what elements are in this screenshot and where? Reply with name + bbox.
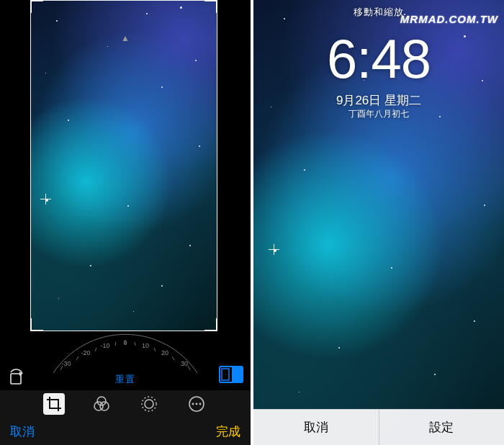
move-zoom-label: 移動和縮放 — [354, 6, 404, 19]
svg-text:-30: -30 — [61, 360, 71, 367]
more-tool-button[interactable] — [186, 393, 207, 415]
cancel-button[interactable]: 取消 — [10, 423, 35, 440]
svg-line-12 — [135, 342, 135, 346]
filters-tool-button[interactable] — [91, 393, 112, 415]
aspect-icon[interactable] — [219, 366, 243, 385]
svg-line-8 — [76, 356, 78, 360]
svg-rect-19 — [232, 367, 243, 382]
svg-point-28 — [196, 403, 198, 405]
svg-point-23 — [100, 402, 109, 410]
svg-text:-10: -10 — [100, 342, 109, 349]
svg-text:20: 20 — [161, 349, 168, 356]
crop-tool-button[interactable] — [43, 393, 65, 415]
reset-button[interactable]: 重置 — [115, 373, 135, 386]
straighten-dial[interactable]: -30 -20 -10 0 10 20 30 — [46, 330, 204, 373]
svg-line-9 — [95, 348, 96, 351]
svg-point-27 — [192, 403, 194, 405]
crop-canvas[interactable] — [30, 0, 217, 331]
svg-text:30: 30 — [181, 360, 188, 367]
dial-pointer-icon: ▲ — [121, 33, 130, 43]
photo-edit-screen: -30 -20 -10 0 10 20 30 ▲ 重置 — [0, 0, 251, 445]
svg-point-25 — [142, 397, 156, 411]
svg-rect-20 — [222, 369, 229, 380]
svg-rect-16 — [11, 374, 21, 384]
wallpaper-action-bar: 取消 設定 — [253, 409, 504, 445]
wallpaper-preview-screen: 移動和縮放 6:48 9月26日 星期二 丁酉年八月初七 取消 設定 MRMAD… — [253, 0, 504, 445]
svg-point-24 — [145, 400, 153, 408]
lock-lunar-date: 丁酉年八月初七 — [253, 108, 504, 120]
bottom-action-row: 取消 完成 — [0, 418, 251, 445]
svg-point-29 — [199, 403, 202, 405]
svg-line-10 — [115, 342, 116, 346]
lock-date: 9月26日 星期二 — [253, 92, 504, 109]
svg-text:10: 10 — [142, 342, 149, 349]
lock-clock: 6:48 — [253, 27, 504, 90]
svg-point-21 — [97, 397, 106, 405]
svg-text:-20: -20 — [81, 349, 90, 356]
set-button[interactable]: 設定 — [379, 410, 505, 445]
svg-line-14 — [172, 356, 174, 360]
stars-overlay — [30, 0, 217, 331]
done-button[interactable]: 完成 — [216, 423, 240, 440]
svg-line-13 — [154, 348, 156, 351]
svg-line-15 — [188, 366, 190, 370]
screenshot-pair: -30 -20 -10 0 10 20 30 ▲ 重置 — [0, 0, 504, 445]
light-tool-button[interactable] — [138, 393, 160, 415]
edit-tool-row — [0, 390, 251, 418]
cancel-button[interactable]: 取消 — [253, 410, 379, 445]
rotate-icon[interactable] — [7, 367, 27, 387]
